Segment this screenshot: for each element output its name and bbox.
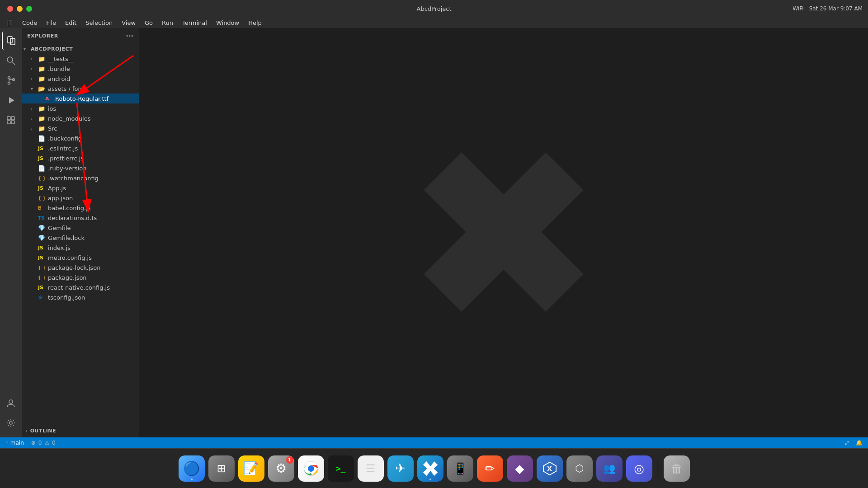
dock-terminal[interactable]: >_ bbox=[328, 455, 354, 482]
svg-point-5 bbox=[8, 82, 10, 84]
dock: 🔵 ⊞ 📝 ⚙ 1 >_ ☰ ✈ 📱 bbox=[0, 448, 868, 488]
tree-item-eslintrc[interactable]: JS .eslintrc.js bbox=[22, 143, 139, 153]
tree-label-assets: assets / fonts bbox=[48, 85, 87, 92]
tree-item-watchmanconfig[interactable]: { } .watchmanconfig bbox=[22, 173, 139, 183]
tree-item-ruby-version[interactable]: 📄 .ruby-version bbox=[22, 163, 139, 173]
new-file-icon[interactable]: ⋯ bbox=[126, 32, 133, 40]
minimize-button[interactable] bbox=[17, 6, 23, 12]
finder2-icon: ☰ bbox=[366, 462, 376, 475]
activitybar-account[interactable] bbox=[2, 394, 20, 412]
folder-icon-bundle: 📁 bbox=[38, 66, 46, 72]
system-clock: Sat 26 Mar 9:07 AM bbox=[809, 5, 863, 12]
folder-icon-android: 📁 bbox=[38, 75, 46, 82]
explorer-label: EXPLORER bbox=[27, 33, 58, 39]
activitybar-source-control[interactable] bbox=[2, 71, 20, 89]
tree-item-appjson[interactable]: { } app.json bbox=[22, 193, 139, 203]
xcode-icon: X bbox=[542, 460, 558, 477]
tree-item-src[interactable]: › 📁 Src bbox=[22, 123, 139, 133]
dock-pencil[interactable]: ✏ bbox=[477, 455, 503, 482]
tree-label-appjson: app.json bbox=[48, 195, 73, 202]
tree-item-indexjs[interactable]: JS index.js bbox=[22, 243, 139, 253]
tree-item-assets-fonts[interactable]: ▾ 📂 assets / fonts bbox=[22, 84, 139, 94]
tree-item-tests[interactable]: › 📁 __tests__ bbox=[22, 54, 139, 64]
tree-item-prettierrc[interactable]: JS .prettierrc.js bbox=[22, 153, 139, 163]
maximize-button[interactable] bbox=[26, 6, 32, 12]
pockity-icon: ◆ bbox=[515, 462, 524, 475]
activitybar-run[interactable] bbox=[2, 91, 20, 109]
dock-xcode2[interactable]: ⬡ bbox=[566, 455, 593, 482]
tree-item-rn-config[interactable]: JS react-native.config.js bbox=[22, 282, 139, 292]
dock-teams[interactable]: 👥 bbox=[596, 455, 623, 482]
dock-xcode[interactable]: X bbox=[537, 455, 563, 482]
file-tree: ▾ ABCDPROJECT › 📁 __tests__ › 📁 .bundle … bbox=[22, 44, 139, 424]
tree-item-appjs[interactable]: JS App.js bbox=[22, 183, 139, 193]
tree-item-packagelock[interactable]: { } package-lock.json bbox=[22, 263, 139, 272]
dock-finder[interactable]: 🔵 bbox=[179, 455, 205, 482]
svg-point-4 bbox=[8, 77, 10, 79]
dock-trash[interactable]: 🗑 bbox=[664, 455, 690, 482]
dock-finder2[interactable]: ☰ bbox=[358, 455, 384, 482]
menu-go[interactable]: Go bbox=[141, 19, 156, 27]
menu-help[interactable]: Help bbox=[245, 19, 265, 27]
tree-item-roboto[interactable]: A Roboto-Regular.ttf bbox=[22, 94, 139, 103]
dock-discord[interactable]: ◎ bbox=[626, 455, 652, 482]
tree-item-babel[interactable]: B babel.config.js bbox=[22, 203, 139, 213]
svg-marker-7 bbox=[9, 97, 14, 103]
dock-separator bbox=[658, 459, 658, 479]
menu-code[interactable]: Code bbox=[19, 19, 41, 27]
wifi-icon: WiFi bbox=[793, 5, 803, 12]
activitybar-explorer[interactable] bbox=[2, 32, 20, 50]
tree-item-declarations[interactable]: TS declarations.d.ts bbox=[22, 213, 139, 223]
warnings-count: 0 bbox=[52, 440, 56, 446]
tree-item-gemfile[interactable]: 💎 Gemfile bbox=[22, 223, 139, 233]
menu-edit[interactable]: Edit bbox=[61, 19, 80, 27]
trash-icon: 🗑 bbox=[671, 462, 683, 475]
git-branch[interactable]: ⑂ main bbox=[5, 440, 24, 446]
dock-simulator[interactable]: 📱 bbox=[447, 455, 473, 482]
dock-vscode[interactable] bbox=[417, 455, 443, 482]
dock-telegram[interactable]: ✈ bbox=[387, 455, 414, 482]
tree-item-packagejson[interactable]: { } package.json bbox=[22, 272, 139, 282]
menu-terminal[interactable]: Terminal bbox=[179, 19, 211, 27]
dock-pockity[interactable]: ◆ bbox=[507, 455, 533, 482]
tree-label-metro: metro.config.js bbox=[48, 254, 92, 261]
svg-line-3 bbox=[12, 62, 15, 65]
activitybar-settings[interactable] bbox=[2, 414, 20, 432]
chrome-dot bbox=[310, 479, 312, 480]
xcode2-icon: ⬡ bbox=[575, 463, 584, 474]
tree-item-android[interactable]: › 📁 android bbox=[22, 74, 139, 84]
project-label[interactable]: ▾ ABCDPROJECT bbox=[22, 44, 139, 54]
tree-item-ios[interactable]: › 📁 ios bbox=[22, 103, 139, 113]
vscode-dot bbox=[429, 479, 431, 480]
tree-item-tsconfig[interactable]: ⚙ tsconfig.json bbox=[22, 292, 139, 302]
menubar:  Code File Edit Selection View Go Run T… bbox=[0, 17, 868, 28]
apple-menu[interactable]:  bbox=[4, 18, 15, 28]
file-icon-watchmanconfig: { } bbox=[38, 175, 46, 181]
tree-item-node-modules[interactable]: › 📁 node_modules bbox=[22, 113, 139, 123]
menu-selection[interactable]: Selection bbox=[82, 19, 116, 27]
simulator-icon: 📱 bbox=[453, 462, 467, 475]
dock-launchpad[interactable]: ⊞ bbox=[208, 455, 235, 482]
activitybar-extensions[interactable] bbox=[2, 111, 20, 129]
outline-panel[interactable]: › OUTLINE bbox=[22, 424, 139, 437]
menu-run[interactable]: Run bbox=[158, 19, 177, 27]
dock-chrome[interactable] bbox=[298, 455, 324, 482]
tree-item-buckconfig[interactable]: 📄 .buckconfig bbox=[22, 133, 139, 143]
tree-item-bundle[interactable]: › 📁 .bundle bbox=[22, 64, 139, 74]
activitybar-search[interactable] bbox=[2, 52, 20, 70]
tree-label-src: Src bbox=[48, 125, 57, 132]
vscode-icon bbox=[422, 460, 439, 477]
menu-file[interactable]: File bbox=[42, 19, 60, 27]
tree-label-packagejson: package.json bbox=[48, 274, 87, 281]
discord-icon: ◎ bbox=[634, 462, 644, 475]
file-icon-indexjs: JS bbox=[38, 245, 46, 251]
dock-notes[interactable]: 📝 bbox=[238, 455, 264, 482]
menu-view[interactable]: View bbox=[118, 19, 139, 27]
dock-settings[interactable]: ⚙ 1 bbox=[268, 455, 294, 482]
menu-window[interactable]: Window bbox=[212, 19, 243, 27]
tree-item-gemfile-lock[interactable]: 💎 Gemfile.lock bbox=[22, 233, 139, 243]
close-button[interactable] bbox=[7, 6, 13, 12]
svg-rect-1 bbox=[10, 38, 15, 45]
folder-icon-assets: 📂 bbox=[38, 85, 46, 92]
tree-item-metro[interactable]: JS metro.config.js bbox=[22, 253, 139, 263]
